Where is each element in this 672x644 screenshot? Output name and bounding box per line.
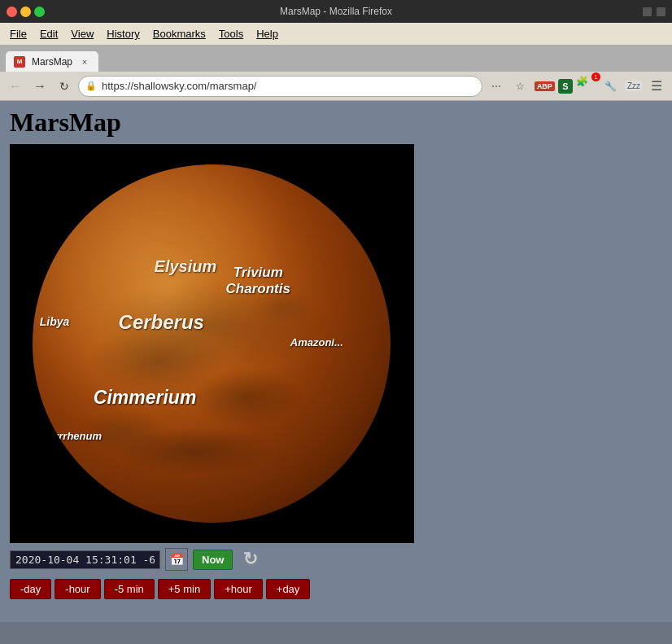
menu-history[interactable]: History — [100, 25, 146, 42]
tab-label: MarsMap — [32, 56, 72, 68]
mars-map-container: Elysium TriviumCharontis Cerberus Libya … — [10, 144, 414, 543]
sync-button[interactable]: S — [558, 79, 573, 94]
window-minimize-button[interactable] — [20, 7, 31, 17]
window-controls-left — [7, 7, 45, 17]
puzzle-icon: 🧩 — [576, 76, 588, 87]
plus-hour-button[interactable]: +hour — [214, 579, 263, 599]
more-button[interactable]: ⋯ — [486, 76, 507, 97]
tab-favicon: M — [14, 56, 25, 68]
hamburger-menu-button[interactable]: ☰ — [646, 76, 667, 97]
menu-file[interactable]: File — [3, 25, 33, 42]
menu-view[interactable]: View — [64, 25, 100, 42]
adblock-button[interactable]: ABP — [535, 81, 555, 91]
window-maximize-button[interactable] — [34, 7, 45, 17]
window-close-button[interactable] — [7, 7, 17, 17]
address-bar[interactable]: 🔒 https://shallowsky.com/marsmap/ — [78, 76, 482, 97]
window-restore-button[interactable] — [643, 7, 652, 16]
minus-day-button[interactable]: -day — [10, 579, 51, 599]
tools-icon[interactable]: 🔧 — [600, 76, 622, 97]
window-controls-right — [643, 7, 665, 16]
security-lock-icon: 🔒 — [85, 81, 97, 91]
mars-sphere: Elysium TriviumCharontis Cerberus Libya … — [33, 164, 391, 523]
controls-bar: 📅 Now ↺ — [10, 543, 662, 576]
hamburger-icon: ☰ — [651, 78, 662, 94]
mars-label-tyrrhenum: Tyrrhenum — [47, 430, 102, 442]
page-content: MarsMap Elysium TriviumCharontis Cerberu… — [0, 101, 672, 622]
nav-right-icons: ⋯ ☆ ABP S 🧩 1 🔧 Zzz ☰ — [486, 76, 667, 97]
mars-label-cimmerium: Cimmerium — [94, 387, 197, 409]
mars-label-amazonis: Amazoni... — [290, 336, 343, 348]
menu-help[interactable]: Help — [250, 25, 285, 42]
plus-day-button[interactable]: +day — [266, 579, 311, 599]
nav-bar: ← → ↻ 🔒 https://shallowsky.com/marsmap/ … — [0, 72, 672, 101]
plus-5min-button[interactable]: +5 min — [158, 579, 211, 599]
title-bar: MarsMap - Mozilla Firefox — [0, 0, 672, 23]
url-display: https://shallowsky.com/marsmap/ — [102, 80, 475, 92]
reload-button[interactable]: ↻ — [54, 76, 75, 97]
mars-label-trivium-charontis: TriviumCharontis — [226, 265, 290, 297]
forward-button[interactable]: → — [29, 76, 50, 97]
extensions-button[interactable]: 🧩 1 — [576, 76, 597, 97]
menu-tools[interactable]: Tools — [212, 25, 250, 42]
mars-label-libya: Libya — [40, 315, 70, 328]
refresh-button[interactable]: ↺ — [238, 548, 264, 571]
now-button[interactable]: Now — [193, 550, 233, 570]
mars-label-cerberus: Cerberus — [119, 311, 204, 334]
time-adjustment-buttons: -day -hour -5 min +5 min +hour +day — [10, 576, 662, 606]
datetime-input[interactable] — [10, 550, 160, 569]
mars-label-elysium: Elysium — [155, 257, 217, 276]
calendar-icon: 📅 — [170, 553, 184, 566]
minus-hour-button[interactable]: -hour — [55, 579, 100, 599]
minus-5min-button[interactable]: -5 min — [104, 579, 155, 599]
refresh-icon: ↺ — [243, 549, 258, 570]
wrench-icon: 🔧 — [604, 81, 617, 92]
tab-close-button[interactable]: × — [79, 56, 90, 68]
browser-tab[interactable]: M MarsMap × — [5, 50, 99, 72]
menu-bookmarks[interactable]: Bookmarks — [146, 25, 212, 42]
bookmark-star-button[interactable]: ☆ — [510, 76, 531, 97]
menu-bar: File Edit View History Bookmarks Tools H… — [0, 23, 672, 46]
extensions-badge: 1 — [591, 72, 600, 81]
menu-edit[interactable]: Edit — [33, 25, 64, 42]
page-title: MarsMap — [10, 107, 662, 138]
browser-title: MarsMap - Mozilla Firefox — [280, 6, 392, 17]
window-close-right-button[interactable] — [657, 7, 665, 16]
tab-bar: M MarsMap × — [0, 46, 672, 72]
zzz-button[interactable]: Zzz — [625, 81, 643, 91]
back-button[interactable]: ← — [5, 76, 26, 97]
calendar-button[interactable]: 📅 — [165, 548, 188, 571]
